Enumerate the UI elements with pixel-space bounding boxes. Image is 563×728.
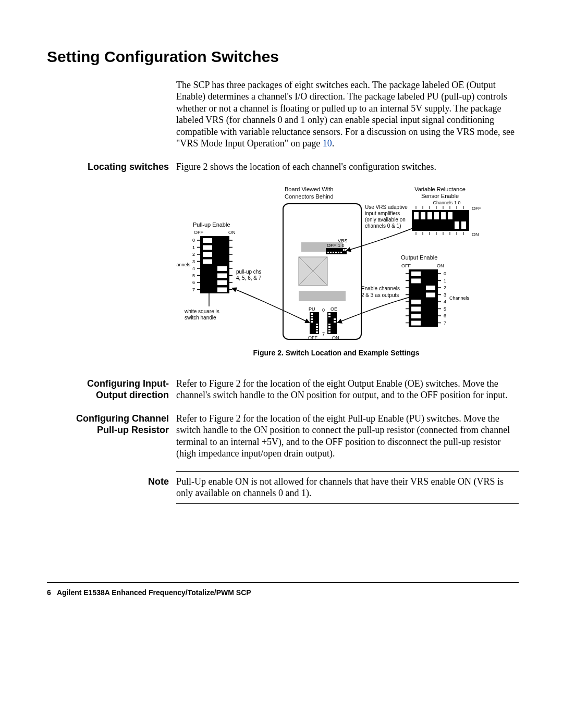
intro-text: The SCP has three packages of eight swit…	[176, 80, 515, 149]
board-grey-strip-bot	[299, 291, 346, 301]
svg-rect-72	[411, 307, 421, 312]
svg-rect-8	[340, 252, 342, 253]
svg-rect-91	[203, 238, 212, 243]
oe-n3: 3	[444, 292, 446, 298]
footer: 6 Agilent E1538A Enhanced Frequency/Tota…	[47, 588, 519, 598]
svg-rect-5	[333, 252, 334, 253]
pu-n4: 4	[192, 266, 195, 271]
svg-rect-16	[316, 326, 318, 328]
svg-rect-46	[434, 212, 439, 219]
locating-body: Figure 2 shows the location of each chan…	[176, 161, 519, 173]
pu-on: ON	[228, 230, 236, 235]
pu-n0: 0	[192, 238, 195, 243]
svg-rect-94	[203, 260, 212, 264]
board-pu-7: 7	[322, 331, 325, 337]
note-body: Pull-Up enable ON is not allowed for cha…	[176, 476, 519, 499]
io-label-a: Configuring Input-	[87, 378, 169, 389]
board-pu-off: OFF	[308, 335, 317, 340]
svg-rect-10	[345, 249, 347, 251]
svg-rect-23	[328, 324, 331, 325]
svg-rect-43	[414, 212, 419, 219]
svg-rect-22	[334, 321, 336, 323]
oe-n5: 5	[444, 306, 446, 312]
svg-rect-92	[203, 245, 212, 250]
white-2: switch handle	[185, 315, 216, 320]
pu-n5: 5	[192, 273, 195, 278]
svg-rect-70	[426, 293, 435, 298]
board-pu-label: PU	[309, 306, 315, 312]
oe-on: ON	[437, 263, 444, 268]
vrs-dip-body	[412, 210, 469, 231]
svg-rect-17	[316, 329, 318, 330]
board-pu-0: 0	[322, 307, 325, 313]
oe-title: Output Enable	[401, 254, 437, 261]
oe-n4: 4	[444, 299, 446, 304]
oe-channel-numbers: 0 1 2 3 4 5 6 7	[444, 271, 446, 326]
svg-rect-71	[411, 300, 421, 304]
svg-rect-93	[203, 252, 212, 257]
io-label-b: Output direction	[96, 390, 169, 400]
switch-diagram-svg: Board Viewed With Connectors Behind VRS …	[176, 184, 496, 346]
svg-rect-20	[328, 316, 331, 317]
io-label: Configuring Input- Output direction	[47, 378, 176, 401]
intro-tail: .	[332, 138, 335, 149]
intro-label-empty	[47, 79, 176, 80]
pu-body: Refer to Figure 2 for the location of th…	[176, 413, 519, 460]
svg-rect-48	[448, 212, 452, 219]
svg-rect-97	[217, 280, 227, 285]
svg-rect-67	[411, 272, 421, 276]
page-link-10[interactable]: 10	[323, 138, 332, 149]
use-vrs-3: (only available on	[365, 217, 406, 223]
oe-n2: 2	[444, 285, 446, 290]
svg-rect-96	[217, 274, 227, 278]
board-oe-dip	[327, 312, 337, 334]
board-oe-label: OE	[331, 306, 337, 312]
arrow-pu	[232, 288, 309, 323]
footer-text: Agilent E1538A Enhanced Frequency/Totali…	[57, 588, 251, 597]
pu-n2: 2	[192, 252, 195, 257]
use-vrs-4: channels 0 & 1)	[365, 223, 401, 229]
pu-n7: 7	[192, 287, 195, 292]
svg-rect-3	[327, 252, 329, 253]
pu-n6: 6	[192, 280, 195, 285]
use-vrs-2: input amplifiers	[365, 211, 400, 216]
intro-body: The SCP has three packages of eight swit…	[176, 79, 519, 150]
pu-label-b: Pull-up Resistor	[97, 425, 169, 435]
svg-rect-9	[343, 249, 345, 251]
board-vrs-dip	[326, 248, 347, 254]
oe-n1: 1	[444, 278, 446, 283]
io-body: Refer to Figure 2 for the location of th…	[176, 378, 519, 401]
svg-rect-18	[316, 331, 318, 333]
pu-label: Configuring Channel Pull-up Resistor	[47, 413, 176, 436]
svg-rect-15	[316, 324, 318, 325]
footer-rule	[47, 582, 519, 583]
board-vrs-10: 1 0	[338, 243, 345, 248]
pu-n3: 3	[192, 259, 195, 264]
svg-rect-26	[328, 331, 331, 333]
pu-channels-label: Channels	[176, 262, 190, 267]
board-vrs-off: OFF	[327, 243, 336, 248]
svg-rect-7	[338, 252, 339, 253]
svg-rect-98	[217, 288, 227, 292]
svg-rect-74	[411, 321, 421, 326]
svg-rect-68	[411, 279, 421, 283]
note-rule-bottom	[176, 503, 519, 504]
use-vrs-1: Use VRS adaptive	[365, 204, 408, 210]
oe-n7: 7	[444, 320, 446, 326]
pullup-chs-1: pull-up chs	[236, 269, 261, 275]
pu-label-a: Configuring Channel	[76, 413, 169, 424]
footer-page: 6	[47, 588, 51, 597]
svg-rect-24	[328, 326, 331, 328]
vrs-title-2: Sensor Enable	[421, 193, 459, 199]
vrs-title-1: Variable Reluctance	[414, 186, 466, 192]
oe-n0: 0	[444, 271, 446, 276]
svg-rect-14	[311, 321, 313, 323]
svg-rect-50	[461, 221, 466, 229]
figure-2: Board Viewed With Connectors Behind VRS …	[176, 184, 496, 346]
intro-row: The SCP has three packages of eight swit…	[47, 79, 519, 150]
pullup-chs-2: 4, 5, 6, & 7	[236, 275, 262, 281]
svg-rect-47	[441, 212, 446, 219]
svg-rect-45	[427, 212, 432, 219]
svg-rect-69	[426, 286, 435, 290]
lbl-board-viewed: Board Viewed With	[285, 186, 333, 192]
